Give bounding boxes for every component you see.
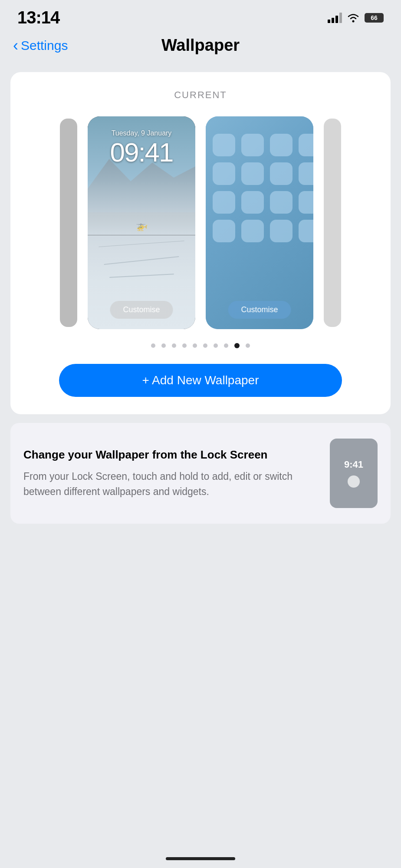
wifi-icon: [346, 13, 360, 23]
pagination-dots: [23, 343, 378, 348]
dot-10: [246, 343, 250, 348]
side-peek-right: [324, 119, 341, 327]
lock-screen-customise-button[interactable]: Customise: [110, 301, 173, 319]
info-card-title: Change your Wallpaper from the Lock Scre…: [23, 448, 319, 462]
app-icon: [213, 220, 235, 242]
app-icon: [270, 191, 293, 214]
app-icon: [213, 134, 235, 156]
app-icon: [299, 220, 313, 242]
chevron-left-icon: ‹: [13, 36, 18, 55]
current-label: CURRENT: [23, 89, 378, 101]
status-time: 13:14: [17, 8, 59, 27]
dot-5: [193, 343, 197, 348]
dot-3: [172, 343, 176, 348]
lock-date: Tuesday, 9 January: [95, 129, 188, 137]
app-icon: [270, 162, 293, 185]
mini-lock-time: 9:41: [344, 459, 363, 470]
app-icon: [241, 191, 264, 214]
info-card: Change your Wallpaper from the Lock Scre…: [10, 423, 391, 524]
dot-4: [182, 343, 187, 348]
nav-header: ‹ Settings Wallpaper: [0, 32, 401, 63]
dot-7: [214, 343, 218, 348]
info-text: Change your Wallpaper from the Lock Scre…: [23, 448, 319, 499]
app-icon: [241, 162, 264, 185]
dot-1: [151, 343, 155, 348]
dot-8: [224, 343, 228, 348]
lock-screen-preview[interactable]: 🚁 Tuesday, 9 January 09:41 Customise: [88, 116, 195, 329]
dot-6: [203, 343, 207, 348]
home-indicator: [166, 857, 235, 860]
app-icon: [213, 191, 235, 214]
app-icon: [299, 134, 313, 156]
add-wallpaper-button[interactable]: + Add New Wallpaper: [59, 364, 342, 397]
wallpaper-card: CURRENT 🚁 Tuesday, 9 January: [10, 72, 391, 414]
signal-icon: [328, 13, 342, 23]
home-screen-background: [206, 116, 313, 329]
status-bar: 13:14 66: [0, 0, 401, 32]
info-card-body: From your Lock Screen, touch and hold to…: [23, 469, 319, 499]
mini-lock-circle: [348, 475, 360, 488]
app-icon: [299, 191, 313, 214]
back-button[interactable]: ‹ Settings: [13, 36, 68, 55]
app-icon: [241, 134, 264, 156]
app-icon: [213, 162, 235, 185]
dot-9-active: [234, 343, 240, 348]
mini-lock-screen-preview: 9:41: [330, 439, 378, 508]
home-screen-preview[interactable]: Customise: [206, 116, 313, 329]
page-title: Wallpaper: [161, 36, 240, 55]
battery-icon: 66: [365, 13, 384, 23]
side-peek-left: [60, 119, 77, 327]
dot-2: [161, 343, 166, 348]
status-icons: 66: [328, 13, 384, 23]
app-grid: [213, 134, 306, 242]
app-icon: [270, 134, 293, 156]
lock-time: 09:41: [95, 139, 188, 166]
app-icon: [241, 220, 264, 242]
home-screen-customise-button[interactable]: Customise: [228, 301, 291, 319]
app-icon: [270, 220, 293, 242]
back-label: Settings: [21, 38, 68, 53]
svg-point-0: [352, 20, 355, 22]
wallpaper-previews-row: 🚁 Tuesday, 9 January 09:41 Customise: [23, 116, 378, 329]
app-icon: [299, 162, 313, 185]
lock-screen-overlay: Tuesday, 9 January 09:41: [88, 116, 195, 166]
